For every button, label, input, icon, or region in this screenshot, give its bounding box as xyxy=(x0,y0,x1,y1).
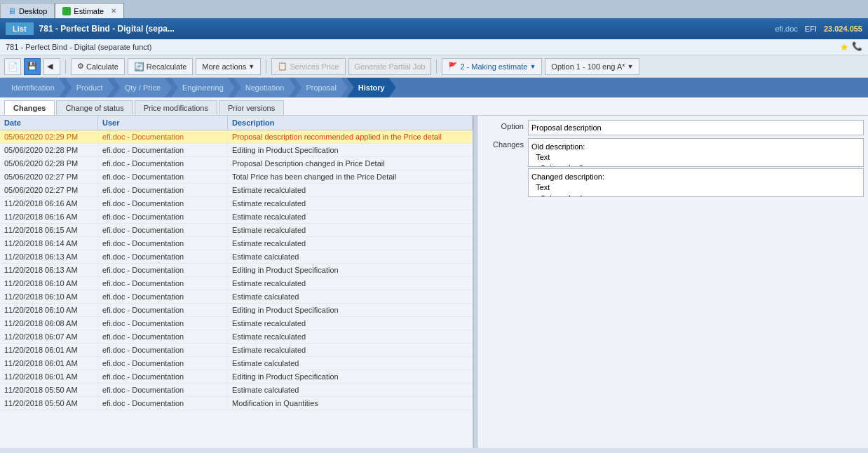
separator-3 xyxy=(436,60,437,74)
nav-tab-proposal[interactable]: Proposal xyxy=(294,78,347,97)
nav-tab-negotiation[interactable]: Negotiation xyxy=(234,78,296,97)
cell-description: Estimate recalculated xyxy=(228,224,473,236)
breadcrumb-icons: ★ 📞 xyxy=(840,41,862,53)
option-row: Option xyxy=(482,120,864,135)
cell-date: 11/20/2018 06:13 AM xyxy=(0,264,98,276)
sub-tab-price-modifications[interactable]: Price modifications xyxy=(135,100,217,115)
cell-date: 11/20/2018 06:07 AM xyxy=(0,330,98,343)
services-price-icon: 📋 xyxy=(278,62,287,71)
list-button[interactable]: List xyxy=(6,22,34,35)
table-row[interactable]: 11/20/2018 06:10 AM efi.doc - Documentat… xyxy=(0,304,473,317)
col-header-description[interactable]: Description xyxy=(228,116,473,130)
cell-date: 11/20/2018 06:16 AM xyxy=(0,210,98,223)
table-row[interactable]: 05/06/2020 02:28 PM efi.doc - Documentat… xyxy=(0,144,473,157)
cell-user: efi.doc - Documentation xyxy=(98,170,228,183)
table-row[interactable]: 11/20/2018 06:10 AM efi.doc - Documentat… xyxy=(0,290,473,304)
sub-tab-prior-versions[interactable]: Prior versions xyxy=(219,100,284,115)
sub-tab-change-of-status[interactable]: Change of status xyxy=(56,100,133,115)
cell-user: efi.doc - Documentation xyxy=(98,184,228,196)
table-row[interactable]: 05/06/2020 02:27 PM efi.doc - Documentat… xyxy=(0,184,473,197)
cell-description: Estimate recalculated xyxy=(228,237,473,250)
page-icon: 📄 xyxy=(8,62,18,72)
nav-tab-qty-price[interactable]: Qty / Price xyxy=(114,78,172,97)
title-bar: List 781 - Perfect Bind - Digital (sepa.… xyxy=(0,18,868,39)
nav-tab-history[interactable]: History xyxy=(347,78,396,97)
cell-date: 11/20/2018 06:01 AM xyxy=(0,344,98,356)
table-row[interactable]: 11/20/2018 06:01 AM efi.doc - Documentat… xyxy=(0,344,473,357)
status-button[interactable]: 🚩 2 - Making estimate xyxy=(442,58,542,75)
toolbar-icon-btn[interactable]: 📄 xyxy=(4,58,21,75)
cell-date: 11/20/2018 06:10 AM xyxy=(0,290,98,303)
table-row[interactable]: 11/20/2018 06:08 AM efi.doc - Documentat… xyxy=(0,317,473,330)
table-row[interactable]: 11/20/2018 06:15 AM efi.doc - Documentat… xyxy=(0,224,473,237)
more-actions-button[interactable]: More actions xyxy=(196,58,261,75)
tab-estimate[interactable]: Estimate ✕ xyxy=(55,3,124,18)
status-label: 2 - Making estimate xyxy=(460,62,527,71)
toolbar: 📄 💾 ◀ ⚙ Calculate 🔄 Recalculate More act… xyxy=(0,55,868,78)
back-button[interactable]: ◀ xyxy=(43,58,60,75)
cell-date: 05/06/2020 02:27 PM xyxy=(0,170,98,183)
company-label: EFI xyxy=(805,25,817,33)
cell-description: Editing in Product Specification xyxy=(228,144,473,156)
table-row[interactable]: 11/20/2018 05:50 AM efi.doc - Documentat… xyxy=(0,397,473,410)
cell-user: efi.doc - Documentation xyxy=(98,344,228,356)
sub-tab-changes[interactable]: Changes xyxy=(4,100,55,115)
nav-tab-negotiation-label: Negotiation xyxy=(245,83,285,92)
star-icon[interactable]: ★ xyxy=(840,41,849,53)
calculate-button[interactable]: ⚙ Calculate xyxy=(71,58,125,75)
recalculate-label: Recalculate xyxy=(147,62,187,71)
cell-user: efi.doc - Documentation xyxy=(98,317,228,330)
nav-tab-product-label: Product xyxy=(76,83,103,92)
changes-label: Changes xyxy=(482,138,524,149)
table-body: 05/06/2020 02:29 PM efi.doc - Documentat… xyxy=(0,130,473,448)
cell-date: 11/20/2018 06:10 AM xyxy=(0,277,98,290)
save-button[interactable]: 💾 xyxy=(24,58,41,75)
cell-user: efi.doc - Documentation xyxy=(98,397,228,410)
cell-date: 11/20/2018 05:50 AM xyxy=(0,397,98,410)
table-row[interactable]: 11/20/2018 06:01 AM efi.doc - Documentat… xyxy=(0,357,473,370)
sub-tab-prior-versions-label: Prior versions xyxy=(228,104,275,112)
col-header-user[interactable]: User xyxy=(98,116,228,130)
nav-tab-engineering[interactable]: Engineering xyxy=(171,78,235,97)
table-row[interactable]: 11/20/2018 06:14 AM efi.doc - Documentat… xyxy=(0,237,473,250)
breadcrumb: 781 - Perfect Bind - Digital (separate f… xyxy=(0,39,868,55)
option-button[interactable]: Option 1 - 100 eng A* xyxy=(545,58,639,75)
tab-estimate-label: Estimate xyxy=(74,7,104,15)
back-icon: ◀ xyxy=(47,62,53,71)
breadcrumb-text: 781 - Perfect Bind - Digital (separate f… xyxy=(6,43,151,51)
option-input[interactable] xyxy=(528,120,864,135)
right-panel: Option Changes xyxy=(477,116,868,448)
generate-partial-button[interactable]: Generate Partial Job xyxy=(348,58,432,75)
table-row[interactable]: 11/20/2018 06:07 AM efi.doc - Documentat… xyxy=(0,330,473,344)
tab-estimate-close[interactable]: ✕ xyxy=(111,7,116,15)
old-description-textarea[interactable] xyxy=(528,138,864,167)
cell-user: efi.doc - Documentation xyxy=(98,264,228,276)
title-bar-right: efi.doc EFI 23.024.055 xyxy=(775,25,862,33)
table-row[interactable]: 11/20/2018 06:16 AM efi.doc - Documentat… xyxy=(0,210,473,224)
table-row[interactable]: 05/06/2020 02:27 PM efi.doc - Documentat… xyxy=(0,170,473,184)
phone-icon[interactable]: 📞 xyxy=(852,41,862,53)
changes-row: Changes xyxy=(482,138,864,441)
table-row[interactable]: 11/20/2018 06:01 AM efi.doc - Documentat… xyxy=(0,370,473,384)
cell-user: efi.doc - Documentation xyxy=(98,370,228,383)
cell-user: efi.doc - Documentation xyxy=(98,144,228,156)
table-row[interactable]: 05/06/2020 02:28 PM efi.doc - Documentat… xyxy=(0,157,473,170)
table-row[interactable]: 11/20/2018 06:13 AM efi.doc - Documentat… xyxy=(0,250,473,264)
cell-date: 05/06/2020 02:28 PM xyxy=(0,157,98,170)
tab-desktop[interactable]: 🖥 Desktop xyxy=(0,3,55,18)
table-row[interactable]: 05/06/2020 02:29 PM efi.doc - Documentat… xyxy=(0,130,473,144)
services-price-button[interactable]: 📋 Services Price xyxy=(271,58,345,75)
estimate-icon xyxy=(62,7,71,15)
table-row[interactable]: 11/20/2018 06:13 AM efi.doc - Documentat… xyxy=(0,264,473,277)
table-row[interactable]: 11/20/2018 05:50 AM efi.doc - Documentat… xyxy=(0,384,473,397)
amount-display[interactable]: 23.024.055 xyxy=(824,25,862,33)
nav-tab-product[interactable]: Product xyxy=(65,78,114,97)
user-link[interactable]: efi.doc xyxy=(775,25,797,33)
table-row[interactable]: 11/20/2018 06:16 AM efi.doc - Documentat… xyxy=(0,197,473,210)
table-row[interactable]: 11/20/2018 06:10 AM efi.doc - Documentat… xyxy=(0,277,473,290)
changed-description-textarea[interactable] xyxy=(528,168,864,197)
cell-date: 05/06/2020 02:28 PM xyxy=(0,144,98,156)
recalculate-button[interactable]: 🔄 Recalculate xyxy=(128,58,193,75)
col-header-date[interactable]: Date xyxy=(0,116,98,130)
nav-tab-identification[interactable]: Identification xyxy=(0,78,66,97)
